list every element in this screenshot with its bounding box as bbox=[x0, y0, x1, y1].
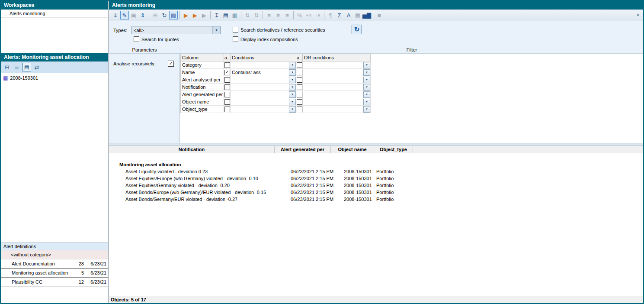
align-left-icon[interactable]: ≡ bbox=[265, 11, 273, 19]
add-decimal-icon[interactable]: +.0 bbox=[304, 11, 313, 19]
sort-descending-icon[interactable]: ⇅ bbox=[252, 11, 261, 19]
stop-icon[interactable]: ■ bbox=[375, 11, 384, 19]
edit-analysis-icon[interactable]: ✎ bbox=[120, 11, 129, 19]
or-dropdown-button[interactable]: ▾ bbox=[363, 84, 370, 91]
remove-decimal-icon[interactable]: -.0 bbox=[314, 11, 322, 19]
condition-dropdown-button[interactable]: ▾ bbox=[289, 62, 296, 68]
analyse-recursively-checkbox[interactable]: ✓ bbox=[168, 61, 174, 67]
refresh-search-button[interactable]: ↻ bbox=[352, 25, 362, 34]
result-row[interactable]: Asset Bonds/Germany/EUR violated - devia… bbox=[109, 196, 643, 203]
align-right-icon[interactable]: ≡ bbox=[283, 11, 292, 19]
condition-dropdown-button[interactable]: ▾ bbox=[289, 99, 296, 105]
print-view-icon[interactable]: ▤ bbox=[22, 63, 31, 71]
chart-edit-icon[interactable]: ▧ bbox=[169, 11, 178, 19]
list-view-icon[interactable]: ≣ bbox=[13, 63, 21, 71]
notebook-icon[interactable]: ▥ bbox=[231, 11, 239, 19]
or-active-checkbox[interactable] bbox=[297, 92, 302, 97]
calendar-icon[interactable]: ⊞ bbox=[151, 11, 160, 19]
condition-dropdown-button[interactable]: ▾ bbox=[289, 84, 296, 91]
definition-name: Monitoring asset allocation bbox=[8, 270, 71, 275]
condition-active-checkbox[interactable]: ✓ bbox=[224, 70, 230, 75]
or-dropdown-button[interactable]: ▾ bbox=[363, 69, 370, 76]
drill-down-icon[interactable]: ↧ bbox=[212, 11, 221, 19]
bar-chart-icon[interactable]: ▅▇ bbox=[362, 11, 371, 19]
grid-lines-icon[interactable]: ▦ bbox=[353, 11, 362, 19]
freeze-icon[interactable]: ¶ bbox=[326, 11, 335, 19]
display-index-option[interactable]: Display index compositions bbox=[233, 36, 298, 42]
definitions-category-row[interactable]: <without category> bbox=[1, 250, 108, 259]
run-next-icon[interactable]: ▶ bbox=[191, 11, 199, 19]
or-active-checkbox[interactable] bbox=[297, 84, 302, 90]
result-notification: Asset Bonds/Germany/EUR violated - devia… bbox=[109, 196, 291, 203]
condition-active-checkbox[interactable] bbox=[224, 62, 230, 68]
display-index-checkbox[interactable] bbox=[233, 36, 238, 42]
fit-view-icon[interactable]: ⇕ bbox=[138, 11, 147, 19]
or-active-checkbox[interactable] bbox=[297, 107, 302, 112]
or-active-checkbox[interactable] bbox=[297, 99, 302, 105]
or-active-checkbox[interactable] bbox=[297, 62, 302, 68]
search-quotes-label: Search for quotes bbox=[141, 37, 179, 42]
result-row[interactable]: Asset Liquidity violated - deviation 0.2… bbox=[109, 168, 643, 175]
percent-icon[interactable]: % bbox=[295, 11, 304, 19]
search-quotes-checkbox[interactable] bbox=[134, 36, 139, 42]
toolbar-divider bbox=[263, 11, 263, 19]
results-header-notification[interactable]: Notification bbox=[109, 146, 275, 153]
header-active-1: a.. bbox=[224, 54, 231, 61]
condition-active-checkbox[interactable] bbox=[224, 77, 230, 83]
results-header-object-type[interactable]: Object_type bbox=[374, 146, 413, 153]
alerts-panel-title: Alerts: Monitoring asset allocation bbox=[1, 53, 108, 61]
font-icon[interactable]: A bbox=[344, 11, 353, 19]
result-row[interactable]: Asset Bonds/Europe (w/o Germany)/EUR vio… bbox=[109, 189, 643, 196]
definition-date: 6/23/21 bbox=[84, 279, 108, 285]
sort-ascending-icon[interactable]: ⇅ bbox=[243, 11, 252, 19]
refresh-icon[interactable]: ↻ bbox=[160, 11, 169, 19]
definition-row-alert-documentation[interactable]: Alert Documentation 28 6/23/21 bbox=[1, 259, 108, 268]
report-icon[interactable]: ▤ bbox=[221, 11, 230, 19]
toolbar-overflow-icon[interactable]: ▾ bbox=[635, 13, 641, 17]
or-dropdown-button[interactable]: ▾ bbox=[363, 106, 370, 113]
workspace-item-alerts-monitoring[interactable]: Alerts monitoring bbox=[1, 10, 108, 18]
result-row[interactable]: Asset Equities/Germany violated - deviat… bbox=[109, 182, 643, 189]
condition-active-checkbox[interactable] bbox=[224, 99, 230, 105]
load-data-icon[interactable]: ⇓ bbox=[111, 11, 120, 19]
or-dropdown-button[interactable]: ▾ bbox=[363, 62, 370, 68]
align-center-icon[interactable]: ≡ bbox=[274, 11, 282, 19]
types-dropdown-value: <all> bbox=[132, 28, 212, 33]
run-alert-icon[interactable]: ▶ bbox=[182, 11, 190, 19]
sum-icon[interactable]: Σ bbox=[335, 11, 344, 19]
condition-active-checkbox[interactable] bbox=[224, 107, 230, 112]
types-dropdown[interactable]: <all> ▾ bbox=[131, 26, 221, 34]
main-title: Alerts monitoring bbox=[109, 1, 643, 10]
portfolio-tree-item[interactable]: ▦ 2008-150301 bbox=[3, 74, 38, 81]
run-all-icon[interactable]: ▶ bbox=[200, 11, 208, 19]
or-dropdown-button[interactable]: ▾ bbox=[363, 91, 370, 98]
condition-dropdown-button[interactable]: ▾ bbox=[289, 77, 296, 83]
or-dropdown-button[interactable]: ▾ bbox=[363, 77, 370, 83]
condition-value: Contains: ass bbox=[232, 70, 261, 75]
tree-view-icon[interactable]: ⊟ bbox=[3, 63, 11, 71]
condition-dropdown-button[interactable]: ▾ bbox=[289, 106, 296, 113]
result-notification: Asset Liquidity violated - deviation 0.2… bbox=[109, 168, 291, 175]
copy-icon[interactable]: ▣ bbox=[129, 11, 138, 19]
result-row[interactable]: Asset Equities/Europe (w/o Germany) viol… bbox=[109, 175, 643, 182]
results-header-generated[interactable]: Alert generated per bbox=[275, 146, 331, 153]
condition-dropdown-button[interactable]: ▾ bbox=[289, 91, 296, 98]
condition-active-checkbox[interactable] bbox=[224, 92, 230, 97]
or-active-checkbox[interactable] bbox=[297, 70, 302, 75]
condition-dropdown-button[interactable]: ▾ bbox=[289, 69, 296, 76]
horizontal-splitter[interactable] bbox=[109, 143, 643, 146]
definition-row-plausibility-cc[interactable]: Plausibility CC 12 6/23/21 bbox=[1, 278, 108, 287]
results-header-object-name[interactable]: Object name bbox=[331, 146, 374, 153]
or-active-checkbox[interactable] bbox=[297, 77, 302, 83]
or-dropdown-button[interactable]: ▾ bbox=[363, 99, 370, 105]
results-group-header[interactable]: Monitoring asset allocation bbox=[109, 161, 643, 168]
result-generated: 06/23/2021 2:15 PM bbox=[291, 189, 344, 196]
category-label: <without category> bbox=[8, 252, 51, 257]
chevron-down-icon[interactable]: ▾ bbox=[212, 26, 220, 34]
condition-active-checkbox[interactable] bbox=[224, 84, 230, 90]
search-derivatives-option[interactable]: Search derivatives / reference securitie… bbox=[233, 27, 325, 32]
search-quotes-option[interactable]: Search for quotes bbox=[134, 36, 179, 42]
definition-row-monitoring-asset-allocation[interactable]: Monitoring asset allocation 5 6/23/21 bbox=[1, 268, 108, 278]
filter-settings-icon[interactable]: ⇄ bbox=[32, 63, 41, 71]
search-derivatives-checkbox[interactable] bbox=[233, 27, 238, 32]
